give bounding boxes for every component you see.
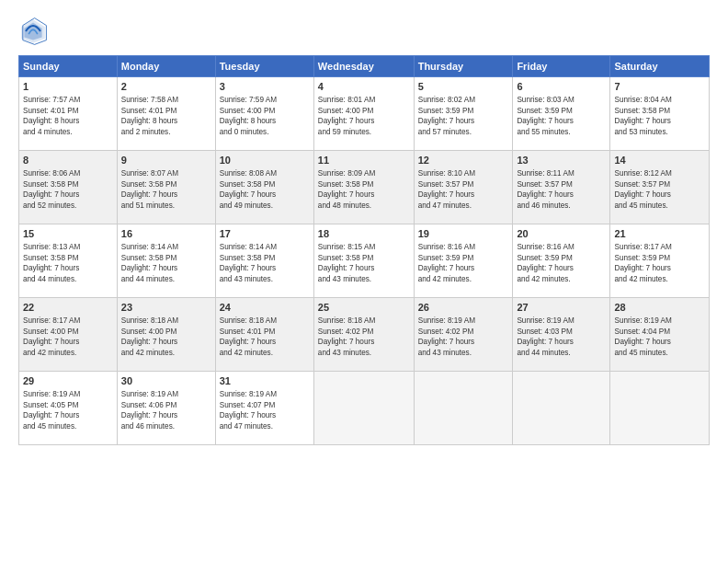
calendar-day-cell: 27Sunrise: 8:19 AM Sunset: 4:03 PM Dayli… [513,298,610,372]
day-info: Sunrise: 8:07 AM Sunset: 3:58 PM Dayligh… [121,168,211,211]
day-header-wednesday: Wednesday [313,56,414,77]
day-info: Sunrise: 8:19 AM Sunset: 4:05 PM Dayligh… [23,389,113,431]
calendar-week-row: 1Sunrise: 7:57 AM Sunset: 4:01 PM Daylig… [19,77,710,151]
day-number: 13 [517,154,606,167]
day-header-saturday: Saturday [610,56,710,77]
day-info: Sunrise: 8:14 AM Sunset: 3:58 PM Dayligh… [220,242,310,284]
day-number: 22 [23,301,113,315]
calendar-week-row: 8Sunrise: 8:06 AM Sunset: 3:58 PM Daylig… [19,151,710,224]
day-info: Sunrise: 8:18 AM Sunset: 4:01 PM Dayligh… [220,316,310,358]
day-number: 26 [418,301,509,315]
day-info: Sunrise: 8:09 AM Sunset: 3:58 PM Dayligh… [318,168,410,211]
calendar-day-cell: 20Sunrise: 8:16 AM Sunset: 3:59 PM Dayli… [513,224,610,298]
day-number: 19 [418,227,509,241]
calendar-day-cell [610,372,710,445]
calendar-day-cell: 5Sunrise: 8:02 AM Sunset: 3:59 PM Daylig… [414,77,513,151]
day-number: 11 [318,154,410,167]
calendar-day-cell: 1Sunrise: 7:57 AM Sunset: 4:01 PM Daylig… [19,77,118,151]
day-info: Sunrise: 8:13 AM Sunset: 3:58 PM Dayligh… [23,242,113,284]
calendar-header-row: SundayMondayTuesdayWednesdayThursdayFrid… [19,56,710,77]
calendar-day-cell: 24Sunrise: 8:18 AM Sunset: 4:01 PM Dayli… [215,298,313,372]
calendar-week-row: 29Sunrise: 8:19 AM Sunset: 4:05 PM Dayli… [19,372,710,445]
calendar-day-cell: 7Sunrise: 8:04 AM Sunset: 3:58 PM Daylig… [610,77,710,151]
calendar-week-row: 15Sunrise: 8:13 AM Sunset: 3:58 PM Dayli… [19,224,710,298]
day-number: 30 [121,374,211,388]
calendar-day-cell: 11Sunrise: 8:09 AM Sunset: 3:58 PM Dayli… [313,151,414,224]
calendar-day-cell: 8Sunrise: 8:06 AM Sunset: 3:58 PM Daylig… [19,151,118,224]
day-info: Sunrise: 8:11 AM Sunset: 3:57 PM Dayligh… [517,168,606,211]
day-info: Sunrise: 8:10 AM Sunset: 3:57 PM Dayligh… [418,168,509,211]
day-info: Sunrise: 7:57 AM Sunset: 4:01 PM Dayligh… [23,95,113,137]
day-number: 12 [418,154,509,167]
calendar-day-cell [513,372,610,445]
day-info: Sunrise: 8:17 AM Sunset: 3:59 PM Dayligh… [614,242,705,284]
day-info: Sunrise: 8:19 AM Sunset: 4:07 PM Dayligh… [220,389,310,431]
day-number: 18 [318,227,410,241]
calendar-week-row: 22Sunrise: 8:17 AM Sunset: 4:00 PM Dayli… [19,298,710,372]
calendar-day-cell: 23Sunrise: 8:18 AM Sunset: 4:00 PM Dayli… [117,298,215,372]
day-info: Sunrise: 8:18 AM Sunset: 4:02 PM Dayligh… [318,316,410,358]
calendar-day-cell: 4Sunrise: 8:01 AM Sunset: 4:00 PM Daylig… [313,77,414,151]
day-info: Sunrise: 8:08 AM Sunset: 3:58 PM Dayligh… [220,168,310,211]
calendar-day-cell: 19Sunrise: 8:16 AM Sunset: 3:59 PM Dayli… [414,224,513,298]
day-number: 25 [318,301,410,315]
day-number: 7 [614,80,705,94]
calendar-day-cell: 10Sunrise: 8:08 AM Sunset: 3:58 PM Dayli… [215,151,313,224]
day-info: Sunrise: 8:19 AM Sunset: 4:03 PM Dayligh… [517,316,606,358]
day-number: 5 [418,80,509,94]
day-info: Sunrise: 8:03 AM Sunset: 3:59 PM Dayligh… [517,95,606,137]
calendar-day-cell: 18Sunrise: 8:15 AM Sunset: 3:58 PM Dayli… [313,224,414,298]
day-number: 3 [220,80,310,94]
calendar-day-cell: 21Sunrise: 8:17 AM Sunset: 3:59 PM Dayli… [610,224,710,298]
calendar-day-cell: 25Sunrise: 8:18 AM Sunset: 4:02 PM Dayli… [313,298,414,372]
day-info: Sunrise: 7:58 AM Sunset: 4:01 PM Dayligh… [121,95,211,137]
day-header-tuesday: Tuesday [215,56,313,77]
day-number: 2 [121,80,211,94]
day-number: 31 [220,374,310,388]
day-info: Sunrise: 8:19 AM Sunset: 4:06 PM Dayligh… [121,389,211,431]
logo [18,17,51,46]
calendar-day-cell: 9Sunrise: 8:07 AM Sunset: 3:58 PM Daylig… [117,151,215,224]
day-number: 8 [23,154,113,167]
day-info: Sunrise: 8:19 AM Sunset: 4:04 PM Dayligh… [614,316,705,358]
day-number: 1 [23,80,113,94]
calendar-day-cell: 28Sunrise: 8:19 AM Sunset: 4:04 PM Dayli… [610,298,710,372]
day-header-thursday: Thursday [414,56,513,77]
day-number: 17 [220,227,310,241]
day-info: Sunrise: 8:17 AM Sunset: 4:00 PM Dayligh… [23,316,113,358]
calendar-day-cell [313,372,414,445]
day-info: Sunrise: 7:59 AM Sunset: 4:00 PM Dayligh… [220,95,310,137]
calendar-day-cell: 17Sunrise: 8:14 AM Sunset: 3:58 PM Dayli… [215,224,313,298]
day-info: Sunrise: 8:15 AM Sunset: 3:58 PM Dayligh… [318,242,410,284]
calendar-day-cell: 13Sunrise: 8:11 AM Sunset: 3:57 PM Dayli… [513,151,610,224]
header [18,17,710,46]
day-header-friday: Friday [513,56,610,77]
calendar-day-cell: 3Sunrise: 7:59 AM Sunset: 4:00 PM Daylig… [215,77,313,151]
calendar-day-cell: 29Sunrise: 8:19 AM Sunset: 4:05 PM Dayli… [19,372,118,445]
day-info: Sunrise: 8:06 AM Sunset: 3:58 PM Dayligh… [23,168,113,211]
day-number: 6 [517,80,606,94]
day-number: 20 [517,227,606,241]
calendar-day-cell: 14Sunrise: 8:12 AM Sunset: 3:57 PM Dayli… [610,151,710,224]
day-number: 15 [23,227,113,241]
day-number: 4 [318,80,410,94]
day-number: 28 [614,301,705,315]
calendar-day-cell: 31Sunrise: 8:19 AM Sunset: 4:07 PM Dayli… [215,372,313,445]
day-number: 23 [121,301,211,315]
calendar-day-cell: 12Sunrise: 8:10 AM Sunset: 3:57 PM Dayli… [414,151,513,224]
day-number: 10 [220,154,310,167]
day-info: Sunrise: 8:19 AM Sunset: 4:02 PM Dayligh… [418,316,509,358]
day-header-sunday: Sunday [19,56,118,77]
day-number: 16 [121,227,211,241]
calendar-day-cell: 16Sunrise: 8:14 AM Sunset: 3:58 PM Dayli… [117,224,215,298]
calendar-day-cell [414,372,513,445]
logo-icon [18,17,48,46]
calendar-day-cell: 22Sunrise: 8:17 AM Sunset: 4:00 PM Dayli… [19,298,118,372]
day-number: 21 [614,227,705,241]
day-info: Sunrise: 8:18 AM Sunset: 4:00 PM Dayligh… [121,316,211,358]
calendar-day-cell: 6Sunrise: 8:03 AM Sunset: 3:59 PM Daylig… [513,77,610,151]
calendar-day-cell: 2Sunrise: 7:58 AM Sunset: 4:01 PM Daylig… [117,77,215,151]
day-info: Sunrise: 8:02 AM Sunset: 3:59 PM Dayligh… [418,95,509,137]
day-number: 9 [121,154,211,167]
day-info: Sunrise: 8:14 AM Sunset: 3:58 PM Dayligh… [121,242,211,284]
